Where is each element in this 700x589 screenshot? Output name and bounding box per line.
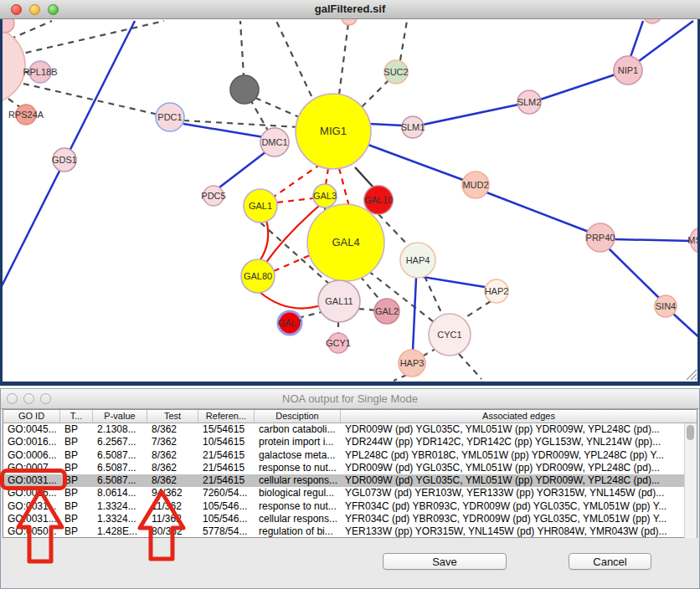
network-edge-blue	[631, 21, 643, 57]
network-node-label-PRP40: PRP40	[586, 233, 615, 243]
network-node-label-RPL18B: RPL18B	[23, 67, 58, 77]
network-node-label-GAL80: GAL80	[244, 271, 272, 281]
cell-type: BP	[60, 487, 93, 499]
cell-type: BP	[60, 525, 93, 538]
cell-p_value: 6.5087...	[93, 449, 147, 462]
cell-go_id: GO:0007...	[3, 462, 60, 474]
column-header[interactable]: P-value	[93, 410, 147, 423]
network-node-label-SLM2: SLM2	[517, 97, 542, 107]
cell-reference: 5778/54...	[198, 525, 255, 538]
cell-p_value: 6.2567...	[93, 436, 147, 448]
network-node-label-GAL11: GAL11	[325, 296, 353, 306]
network-edge-dashed	[425, 276, 444, 318]
network-edge-red-dashed	[326, 168, 328, 185]
cell-test: 80/362	[147, 525, 198, 538]
cell-description: cellular respons...	[255, 474, 341, 487]
network-node-label-PDC5: PDC5	[201, 191, 225, 201]
network-edge-blue	[366, 144, 463, 180]
cell-test: 8/362	[147, 423, 198, 436]
network-node-label-NIP1: NIP1	[618, 65, 638, 75]
network-node-unnamed-left[interactable]	[3, 27, 25, 104]
cell-p_value: 1.428E...	[93, 525, 147, 538]
network-node-unnamed-corner[interactable]	[3, 18, 14, 33]
network-window-titlebar: galFiltered.sif	[0, 0, 700, 19]
cell-description: regulation of bi...	[255, 525, 341, 538]
cell-test: 8/362	[147, 462, 198, 474]
network-edge-dashed	[462, 301, 491, 320]
network-node-label-PDC1: PDC1	[157, 112, 182, 122]
network-edge-dashed	[400, 21, 407, 60]
network-node-label-HAP2: HAP2	[485, 286, 509, 296]
network-node-label-MIG1: MIG1	[320, 125, 347, 137]
network-edge-dashed	[15, 21, 164, 55]
cell-p_value: 2.1308...	[93, 423, 147, 436]
network-canvas[interactable]: MIG1RPL18BRPS24AGDS1PDC1DMC1SUC2SLM1SLM2…	[3, 18, 697, 382]
cell-associated_edges: YFR034C (pd) YBR093C, YDR009W (pd) YGL03…	[341, 513, 697, 525]
cell-reference: 15/54615	[198, 423, 255, 436]
table-row[interactable]: GO:0045...BP2.1308...8/36215/54615carbon…	[3, 423, 697, 436]
network-node-label-GDS1: GDS1	[52, 155, 77, 165]
vertical-scrollbar[interactable]	[684, 423, 697, 538]
network-edge-dashed	[360, 276, 381, 301]
network-edge-blue	[183, 124, 264, 137]
network-node-label-SIN4: SIN4	[656, 301, 676, 311]
table-row[interactable]: GO:0065...BP8.0614...94/3627260/54...bio…	[3, 487, 697, 499]
cell-associated_edges: YDR009W (pd) YGL035C, YML051W (pp) YDR00…	[341, 474, 697, 487]
network-edge-blue	[486, 192, 589, 232]
network-edge-blue	[609, 248, 659, 298]
save-button[interactable]: Save	[383, 553, 507, 570]
table-row[interactable]: GO:0016...BP6.2567...7/36210/54615protei…	[3, 436, 697, 448]
cell-test: 8/362	[147, 474, 198, 487]
cell-reference: 21/54615	[198, 462, 255, 474]
cell-description: protein import i...	[255, 436, 341, 448]
table-row[interactable]: GO:0031...BP1.3324...11/362105/546...cel…	[3, 513, 697, 525]
cell-reference: 105/546...	[198, 500, 255, 513]
network-node-label-DMC1: DMC1	[261, 137, 287, 147]
column-header[interactable]: Referen...	[198, 410, 255, 423]
column-header[interactable]: Test	[147, 410, 198, 423]
column-header[interactable]: Desciption	[255, 410, 341, 423]
network-node-label-GAL10: GAL10	[364, 195, 393, 205]
cell-go_id: GO:0006...	[3, 449, 60, 462]
scrollbar-thumb[interactable]	[687, 425, 694, 440]
column-header[interactable]: Associated edges	[341, 410, 697, 423]
network-node-unnamed-top[interactable]	[342, 18, 357, 25]
network-edge-dashed	[362, 80, 389, 107]
network-node-unnamed-gray[interactable]	[230, 75, 259, 104]
network-node-label-GAL1: GAL1	[249, 201, 272, 211]
network-node-label-HAP3: HAP3	[400, 358, 425, 368]
cancel-button[interactable]: Cancel	[569, 553, 651, 570]
cell-go_id: GO:0031...	[3, 474, 60, 487]
network-window-title: galFiltered.sif	[0, 3, 700, 15]
table-row[interactable]: GO:0031...BP1.3324...11/362105/546...res…	[3, 500, 697, 513]
table-row[interactable]: GO:0007...BP6.5087...8/36221/54615respon…	[3, 462, 697, 474]
column-header[interactable]: T...	[60, 410, 93, 423]
cell-description: response to nut...	[255, 500, 341, 513]
network-node-label-GAL7: GAL7	[278, 318, 301, 328]
table-header-row: GO IDT...P-valueTestReferen...Desciption…	[3, 410, 697, 423]
column-header[interactable]: GO ID	[3, 410, 60, 423]
table-row[interactable]: GO:0050...BP1.428E...80/3625778/54...reg…	[3, 525, 697, 538]
table-row-selected[interactable]: GO:0031...BP6.5087...8/36221/54615cellul…	[3, 474, 697, 487]
cell-test: 7/362	[147, 436, 198, 448]
cell-p_value: 6.5087...	[93, 474, 147, 487]
resize-grip[interactable]	[695, 378, 697, 380]
network-edge-dashed	[255, 98, 303, 119]
cell-p_value: 1.3324...	[93, 513, 147, 525]
cell-type: BP	[60, 449, 93, 462]
cell-description: response to nut...	[255, 462, 341, 474]
table-row[interactable]: GO:0006...BP6.5087...8/36221/54615galact…	[3, 449, 697, 462]
cell-test: 11/362	[147, 513, 198, 525]
network-edge-blue	[369, 124, 403, 125]
cell-associated_edges: YGL073W (pd) YER103W, YER133W (pp) YOR31…	[341, 487, 697, 499]
cell-reference: 7260/54...	[198, 487, 255, 499]
noa-window: NOA output for Single Mode GO IDT...P-va…	[0, 388, 700, 589]
network-edge-red-dashed	[339, 168, 349, 207]
network-node-label-HAP4: HAP4	[406, 255, 430, 265]
network-node-label-GAL3: GAL3	[313, 191, 337, 201]
cell-go_id: GO:0050...	[3, 525, 60, 538]
cell-go_id: GO:0065...	[3, 487, 60, 499]
cell-associated_edges: YDR244W (pp) YDR142C, YDR142C (pp) YGL15…	[341, 436, 697, 448]
network-node-label-SUC2: SUC2	[383, 67, 408, 77]
cell-description: cellular respons...	[255, 513, 341, 525]
